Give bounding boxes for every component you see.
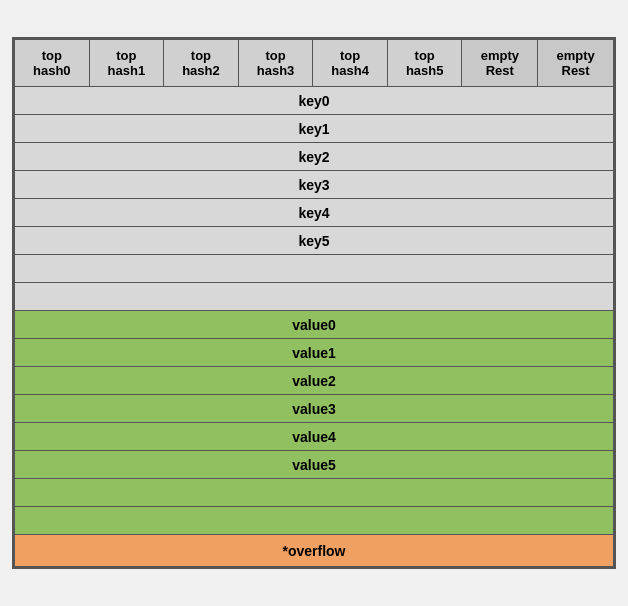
cell-empty-1: [15, 255, 614, 283]
table-row: value5: [15, 451, 614, 479]
table-row-empty-1: [15, 255, 614, 283]
table-row: value2: [15, 367, 614, 395]
header-top-hash0: tophash0: [15, 40, 90, 87]
table-row-empty-2: [15, 283, 614, 311]
table-row: key5: [15, 227, 614, 255]
cell-value5: value5: [15, 451, 614, 479]
table-row: key4: [15, 199, 614, 227]
cell-key1: key1: [15, 115, 614, 143]
cell-key3: key3: [15, 171, 614, 199]
cell-key0: key0: [15, 87, 614, 115]
cell-key4: key4: [15, 199, 614, 227]
hash-table: tophash0 tophash1 tophash2 tophash3 toph…: [12, 37, 616, 569]
header-top-hash2: tophash2: [164, 40, 239, 87]
cell-overflow: *overflow: [15, 535, 614, 567]
table-row: key3: [15, 171, 614, 199]
table-row: value3: [15, 395, 614, 423]
cell-key5: key5: [15, 227, 614, 255]
header-top-hash5: tophash5: [387, 40, 462, 87]
cell-value3: value3: [15, 395, 614, 423]
cell-value4: value4: [15, 423, 614, 451]
table-row: key0: [15, 87, 614, 115]
table-row-green-empty-2: [15, 507, 614, 535]
cell-green-empty-1: [15, 479, 614, 507]
cell-key2: key2: [15, 143, 614, 171]
cell-value0: value0: [15, 311, 614, 339]
cell-green-empty-2: [15, 507, 614, 535]
header-empty-rest-1: emptyRest: [462, 40, 538, 87]
table-row-overflow: *overflow: [15, 535, 614, 567]
table-row: value4: [15, 423, 614, 451]
cell-value2: value2: [15, 367, 614, 395]
header-empty-rest-2: emptyRest: [538, 40, 614, 87]
table-row: value1: [15, 339, 614, 367]
header-top-hash4: tophash4: [313, 40, 388, 87]
header-row: tophash0 tophash1 tophash2 tophash3 toph…: [15, 40, 614, 87]
header-top-hash3: tophash3: [238, 40, 313, 87]
table-row: key2: [15, 143, 614, 171]
table-row-green-empty-1: [15, 479, 614, 507]
header-top-hash1: tophash1: [89, 40, 164, 87]
table-row: key1: [15, 115, 614, 143]
cell-value1: value1: [15, 339, 614, 367]
table-row: value0: [15, 311, 614, 339]
cell-empty-2: [15, 283, 614, 311]
